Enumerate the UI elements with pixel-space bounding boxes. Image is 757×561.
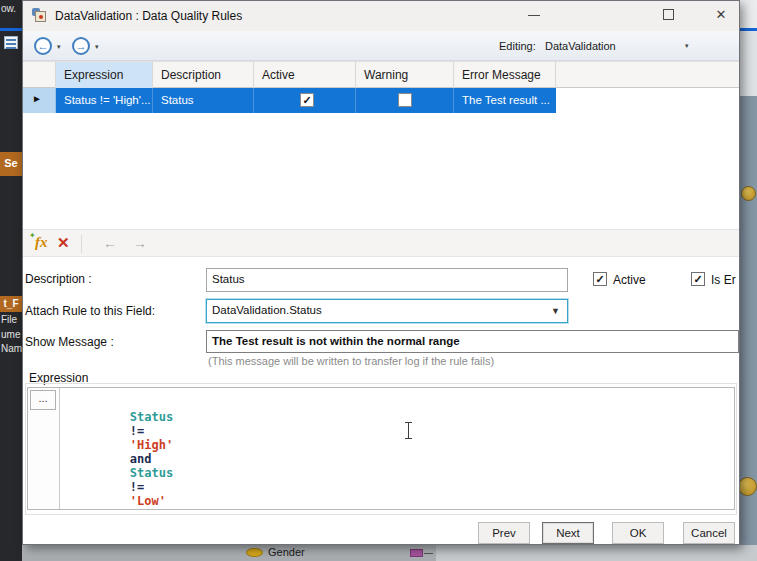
app-icon: [32, 8, 47, 23]
tab-indicator-line: [0, 28, 22, 31]
editing-label: Editing:: [499, 40, 536, 52]
field-type-icon: [246, 548, 263, 557]
active-checkbox[interactable]: ✓: [593, 272, 607, 286]
cell-error-message[interactable]: The Test result ...: [454, 88, 556, 113]
background-left-panel: ow. Se t_F File ume Nam: [0, 0, 22, 561]
next-rule-arrow-icon[interactable]: →: [133, 235, 147, 251]
is-error-checkbox-label: Is Er: [711, 273, 736, 287]
code-token-string: 'High': [130, 438, 173, 452]
navigation-bar: ← ▾ → ▾ Editing: DataValidation ▾: [23, 31, 740, 61]
warning-checkbox-unchecked-icon[interactable]: [398, 93, 412, 107]
field-label-gender: Gender: [268, 546, 305, 558]
delete-rule-icon[interactable]: ✕: [57, 234, 70, 252]
data-quality-rules-dialog: DataValidation : Data Quality Rules ✕ ← …: [22, 0, 740, 545]
ok-button[interactable]: OK: [612, 522, 664, 544]
minimize-button[interactable]: [519, 4, 549, 26]
sidebar-badge-tf: t_F: [0, 296, 22, 312]
prev-button[interactable]: Prev: [478, 522, 530, 544]
expression-editor[interactable]: ... Status != 'High' and Status != 'Low': [27, 387, 735, 510]
attach-field-value: DataValidation.Status: [212, 304, 322, 316]
next-button[interactable]: Next: [542, 522, 594, 544]
description-input[interactable]: Status: [206, 268, 568, 292]
sidebar-badge-se: Se: [0, 152, 22, 176]
background-block: [740, 0, 757, 28]
grid-corner-cell: [23, 62, 56, 88]
back-dropdown-caret-icon[interactable]: ▾: [57, 43, 61, 51]
expression-builder-button[interactable]: ...: [30, 390, 56, 410]
show-message-input[interactable]: The Test result is not within the normal…: [206, 330, 739, 353]
description-label: Description :: [25, 272, 92, 286]
expression-code[interactable]: Status != 'High' and Status != 'Low': [72, 396, 173, 522]
is-error-checkbox[interactable]: ✓: [691, 272, 705, 286]
combo-caret-icon[interactable]: ▼: [551, 306, 560, 316]
background-label-ume: ume: [1, 329, 20, 340]
previous-rule-arrow-icon[interactable]: ←: [103, 235, 117, 251]
editing-dropdown-value[interactable]: DataValidation: [545, 40, 616, 52]
code-token-operator: !=: [130, 424, 144, 438]
background-block: [740, 31, 757, 96]
entity-key-icon: [741, 186, 756, 201]
attach-rule-label: Attach Rule to this Field:: [25, 304, 155, 318]
cell-warning[interactable]: [356, 88, 454, 113]
back-button[interactable]: ←: [34, 37, 52, 55]
background-right-panel: [740, 0, 757, 561]
screen: ow. Se t_F File ume Nam Gender DataValid…: [0, 0, 757, 561]
forward-button[interactable]: →: [72, 37, 90, 55]
active-checkbox-label: Active: [613, 273, 646, 287]
row-selector-cell[interactable]: ►: [23, 88, 56, 113]
column-header-warning[interactable]: Warning: [356, 62, 454, 88]
transfer-log-hint: (This message will be written to transfe…: [208, 355, 494, 367]
current-row-marker-icon: ►: [32, 93, 42, 104]
add-rule-fx-icon[interactable]: fx: [35, 234, 48, 251]
ibeam-cursor-icon: [404, 421, 413, 440]
code-token-field: Status: [130, 410, 173, 424]
cell-description[interactable]: Status: [153, 88, 254, 113]
column-header-error-message[interactable]: Error Message: [454, 62, 556, 88]
rule-toolbar: ✦ fx ✕ ← →: [23, 229, 740, 257]
title-bar[interactable]: DataValidation : Data Quality Rules ✕: [23, 1, 740, 31]
background-bottom-panel: Gender: [22, 545, 757, 561]
forward-dropdown-caret-icon[interactable]: ▾: [95, 43, 99, 51]
editing-dropdown-caret-icon[interactable]: ▾: [685, 42, 689, 50]
background-label-nam: Nam: [1, 343, 22, 354]
column-header-active[interactable]: Active: [254, 62, 356, 88]
cancel-button[interactable]: Cancel: [683, 522, 735, 544]
toolbar-separator: [81, 235, 82, 253]
attach-field-combobox[interactable]: DataValidation.Status ▼: [206, 299, 568, 323]
show-message-label: Show Message :: [25, 335, 114, 349]
table-row[interactable]: ► Status != 'High'... Status ✓ The Test …: [23, 88, 556, 113]
code-token-operator: !=: [130, 480, 144, 494]
code-token-string: 'Low': [130, 494, 166, 508]
entity-key-icon: [738, 477, 757, 496]
dialog-title: DataValidation : Data Quality Rules: [55, 9, 242, 23]
cell-expression[interactable]: Status != 'High'...: [56, 88, 153, 113]
grid-header-row: Expression Description Active Warning Er…: [23, 61, 740, 88]
mapping-connector-icon: [410, 549, 423, 557]
column-header-expression[interactable]: Expression: [56, 62, 153, 88]
code-token-field: Status: [130, 466, 173, 480]
maximize-button[interactable]: [654, 4, 684, 26]
active-checkbox-checked-icon[interactable]: ✓: [300, 93, 314, 107]
background-block: [436, 545, 757, 561]
background-label-file: File: [1, 314, 17, 325]
close-button[interactable]: ✕: [706, 4, 736, 26]
document-icon: [4, 36, 18, 49]
background-text-fragment: ow.: [1, 3, 16, 14]
column-header-description[interactable]: Description: [153, 62, 254, 88]
cell-active[interactable]: ✓: [254, 88, 356, 113]
code-token-keyword: and: [130, 452, 152, 466]
